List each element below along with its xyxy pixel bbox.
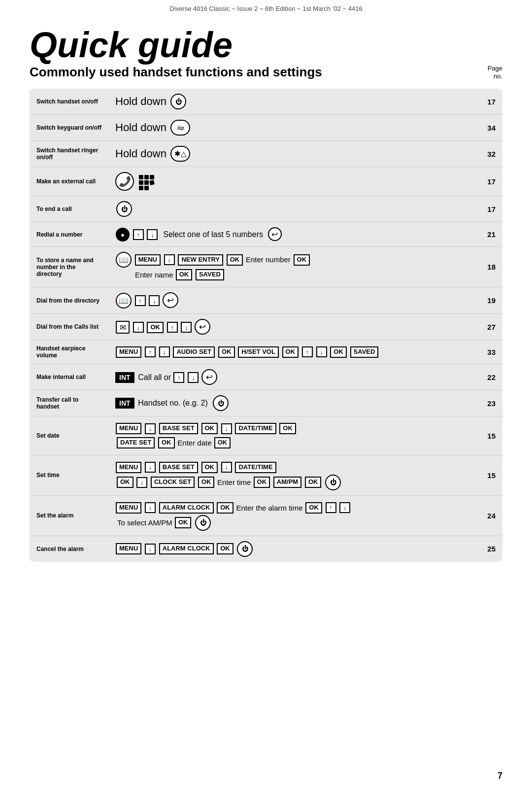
call-icon: ↩ (268, 227, 282, 241)
down-arrow4: ↓ (181, 322, 192, 333)
table-row: To end a call ⏻ 17 (30, 196, 502, 222)
base-set-key: BASE SET (159, 423, 198, 434)
table-row: Transfer call to handset INT Handset no.… (30, 390, 502, 416)
table-row: Set date MENU ↓ BASE SET OK ↓ DATE/TIME … (30, 416, 502, 455)
menu-key: MENU (135, 254, 161, 266)
row-instruction: Hold down ⏻ (108, 89, 480, 115)
title-section: Quick guide Commonly used handset functi… (30, 27, 502, 80)
cancel-alarm-icon: ⏻ (237, 541, 253, 557)
row-page: 23 (480, 390, 502, 416)
alarm-set-icon: ⏻ (195, 515, 211, 531)
row-instruction: ✉ ↓ OK ↑ ↓ ↩ (108, 314, 480, 340)
ok-key5: OK (218, 346, 235, 358)
ok-key20: OK (217, 543, 233, 554)
menu-key5: MENU (116, 502, 141, 514)
alarm-clock-key: ALARM CLOCK (159, 502, 214, 514)
page-subtitle: Commonly used handset functions and sett… (30, 65, 322, 80)
new-entry-key: NEW ENTRY (178, 254, 223, 266)
row-instruction: 📖 MENU ↓ NEW ENTRY OK Enter number OK En… (108, 247, 480, 287)
row-page: 34 (480, 115, 502, 141)
row-label: Switch handset on/off (30, 89, 108, 115)
row-page: 32 (480, 141, 502, 167)
row-label: Switch handset ringer on/off (30, 141, 108, 167)
ok-key18: OK (305, 502, 322, 514)
row-page: 15 (480, 416, 502, 455)
ok-key: OK (227, 254, 243, 266)
row-instruction: MENU ↓ ALARM CLOCK OK Enter the alarm ti… (108, 495, 480, 536)
row-label: Dial from the directory (30, 287, 108, 314)
up-arrow3: ↑ (167, 322, 178, 333)
down-arrow11: ↓ (221, 462, 232, 473)
set-time-icon: ⏻ (325, 475, 341, 490)
envelope-icon: ✉ (116, 321, 130, 334)
row-page: 17 (480, 89, 502, 115)
audio-key: AUDIO SET (173, 346, 215, 358)
row-label: Set the alarm (30, 495, 108, 536)
row-label: Set date (30, 416, 108, 455)
table-row: To store a name and number in the direct… (30, 247, 502, 287)
row-instruction: MENU ↓ BASE SET OK ↓ DATE/TIME OK ↓ CLOC… (108, 455, 480, 495)
ok-key3: OK (176, 269, 193, 280)
ok-key12: OK (201, 462, 218, 473)
table-row: Switch handset on/off Hold down ⏻ 17 (30, 89, 502, 115)
down-arrow6: ↓ (316, 346, 327, 357)
down-arrow: ↓ (164, 254, 175, 265)
end-call-icon: ⏻ (116, 201, 132, 217)
row-page: 21 (480, 222, 502, 247)
hset-key: H/SET VOL (238, 346, 279, 358)
page-header: Diverse 4016 Classic ~ Issue 2 ~ 6th Edi… (0, 0, 532, 12)
saved-key2: SAVED (350, 346, 379, 358)
table-row: Dial from the directory 📖 ↑ ↓ ↩ 19 (30, 287, 502, 314)
down-arrow15: ↓ (145, 544, 156, 554)
table-row: Redial a number ● ↑ ↓ Select one of last… (30, 222, 502, 247)
down-arrow7: ↓ (188, 372, 199, 383)
transfer-icon: ⏻ (213, 395, 229, 411)
call-icon4: ↩ (201, 369, 217, 385)
ok-key19: OK (175, 517, 192, 528)
table-row: Dial from the Calls list ✉ ↓ OK ↑ ↓ ↩ 27 (30, 314, 502, 340)
power-icon: ⏻ (170, 94, 186, 109)
row-page: 25 (480, 536, 502, 562)
function-table-container: Switch handset on/off Hold down ⏻ 17 Swi… (30, 89, 502, 561)
row-label: Make internal call (30, 364, 108, 390)
ok-key7: OK (330, 346, 347, 358)
row-label: Transfer call to handset (30, 390, 108, 416)
table-row: Cancel the alarm MENU ↓ ALARM CLOCK OK ⏻… (30, 536, 502, 562)
row-label: Make an external call (30, 167, 108, 196)
ok-key13: OK (117, 477, 133, 488)
row-page: 19 (480, 287, 502, 314)
row-page: 17 (480, 196, 502, 222)
book-icon2: 📖 (116, 293, 132, 309)
function-table: Switch handset on/off Hold down ⏻ 17 Swi… (30, 89, 502, 561)
date-set-key: DATE SET (117, 437, 155, 448)
down-arrow13: ↓ (145, 502, 156, 513)
ok-key8: OK (201, 423, 218, 434)
ok-key2: OK (294, 254, 310, 266)
int-icon2: INT (115, 398, 134, 409)
row-label: To end a call (30, 196, 108, 222)
page-number: 7 (498, 771, 502, 781)
alarm-clock-key2: ALARM CLOCK (159, 543, 214, 554)
book-icon: 📖 (116, 252, 132, 268)
row-instruction: MENU ↓ ALARM CLOCK OK ⏻ (108, 536, 480, 562)
down-arrow14: ↓ (339, 502, 350, 513)
down-arrow9: ↓ (221, 423, 232, 434)
up-arrow4: ↑ (145, 346, 156, 357)
table-row: Make an external call 📞 17 (30, 167, 502, 196)
down-arrow8: ↓ (145, 423, 156, 434)
row-page: 24 (480, 495, 502, 536)
ok-key17: OK (217, 502, 233, 514)
ok-key15: OK (254, 477, 270, 488)
datetime-key: DATE/TIME (235, 423, 276, 434)
row-instruction: ● ↑ ↓ Select one of last 5 numbers ↩ (108, 222, 480, 247)
down-arrow5: ↓ (159, 346, 170, 357)
row-instruction: Hold down ✱△ (108, 141, 480, 167)
row-page: 27 (480, 314, 502, 340)
row-page: 33 (480, 340, 502, 364)
call-icon3: ↩ (195, 319, 210, 335)
row-instruction: MENU ↓ BASE SET OK ↓ DATE/TIME OK DATE S… (108, 416, 480, 455)
up-arrow: ↑ (133, 229, 144, 240)
down-arrow3: ↓ (133, 322, 144, 333)
down-arrow2: ↓ (149, 295, 160, 306)
up-arrow2: ↑ (135, 295, 146, 306)
